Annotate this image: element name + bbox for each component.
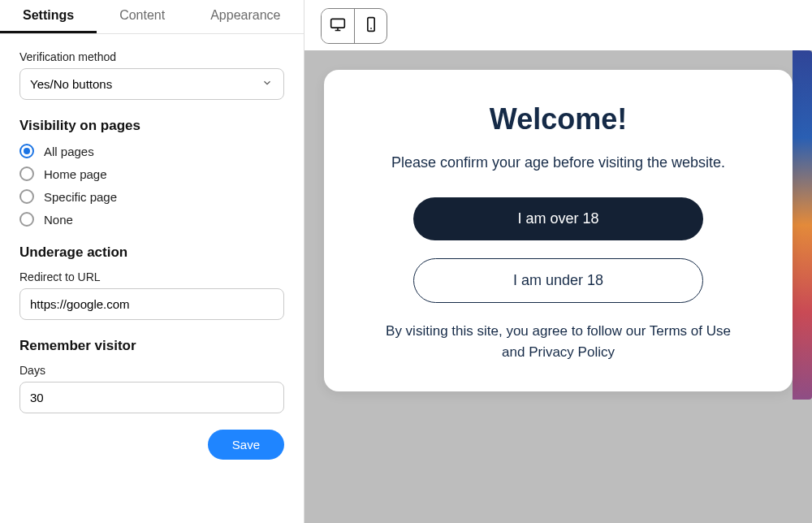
radio-home-page[interactable]: Home page xyxy=(19,166,284,181)
radio-icon xyxy=(19,212,34,227)
radio-icon xyxy=(19,166,34,181)
desktop-view-button[interactable] xyxy=(322,9,354,43)
radio-label: Specific page xyxy=(44,190,117,204)
preview-area: Welcome! Please confirm your age before … xyxy=(304,0,812,523)
radio-label: All pages xyxy=(44,145,94,158)
svg-rect-0 xyxy=(331,19,345,28)
radio-label: None xyxy=(44,213,73,227)
radio-icon xyxy=(19,144,34,158)
visibility-title: Visibility on pages xyxy=(19,118,284,134)
radio-specific-page[interactable]: Specific page xyxy=(19,189,284,204)
radio-icon xyxy=(19,189,34,204)
mobile-icon xyxy=(363,16,379,36)
settings-panel: Verification method Yes/No buttons Visib… xyxy=(0,34,304,523)
save-row: Save xyxy=(19,430,284,460)
modal-subtitle: Please confirm your age before visiting … xyxy=(373,154,744,171)
redirect-label: Redirect to URL xyxy=(19,270,284,283)
verification-label: Verification method xyxy=(19,50,284,63)
redirect-url-input[interactable] xyxy=(19,288,284,320)
device-toggle xyxy=(321,8,387,44)
days-input[interactable] xyxy=(19,382,284,413)
tab-appearance[interactable]: Appearance xyxy=(188,0,303,33)
over-18-button[interactable]: I am over 18 xyxy=(413,197,702,240)
verification-select-wrap: Yes/No buttons xyxy=(19,68,284,100)
radio-label: Home page xyxy=(44,167,107,181)
underage-title: Underage action xyxy=(19,244,284,261)
tabs: Settings Content Appearance xyxy=(0,0,304,34)
mobile-view-button[interactable] xyxy=(354,9,387,43)
radio-none[interactable]: None xyxy=(19,212,284,227)
days-label: Days xyxy=(19,364,284,377)
svg-rect-3 xyxy=(367,18,374,32)
remember-title: Remember visitor xyxy=(19,338,284,354)
visibility-radio-group: All pages Home page Specific page None xyxy=(19,144,284,227)
age-gate-modal: Welcome! Please confirm your age before … xyxy=(324,70,793,391)
under-18-button[interactable]: I am under 18 xyxy=(413,258,702,303)
desktop-icon xyxy=(330,16,346,36)
tab-settings[interactable]: Settings xyxy=(0,0,97,33)
verification-select[interactable]: Yes/No buttons xyxy=(19,68,284,100)
radio-all-pages[interactable]: All pages xyxy=(19,144,284,158)
settings-sidebar: Settings Content Appearance Verification… xyxy=(0,0,304,523)
save-button[interactable]: Save xyxy=(208,430,284,460)
modal-title: Welcome! xyxy=(373,102,744,136)
tab-content[interactable]: Content xyxy=(97,0,188,33)
preview-bg-stripe xyxy=(793,50,812,400)
modal-footer-text: By visiting this site, you agree to foll… xyxy=(373,321,744,362)
